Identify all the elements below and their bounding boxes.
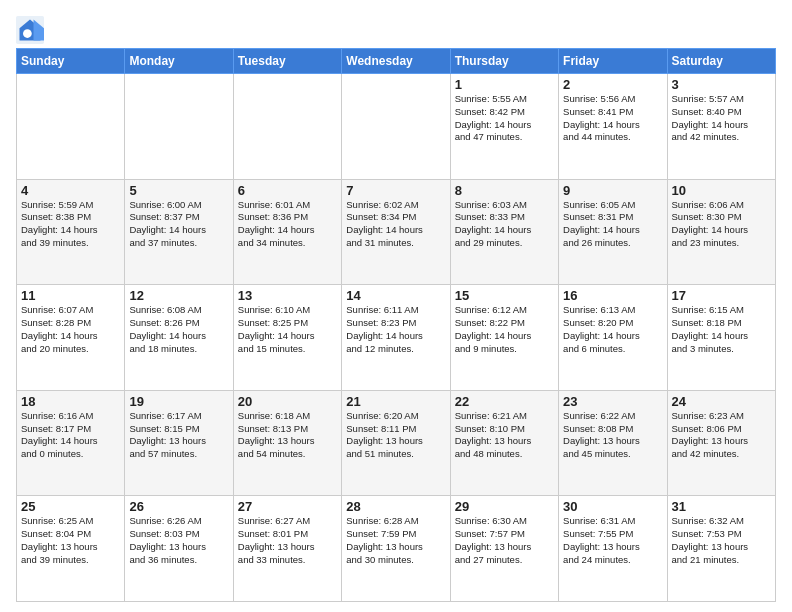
day-cell <box>233 74 341 180</box>
day-cell: 12Sunrise: 6:08 AM Sunset: 8:26 PM Dayli… <box>125 285 233 391</box>
day-info: Sunrise: 6:07 AM Sunset: 8:28 PM Dayligh… <box>21 304 120 355</box>
day-number: 1 <box>455 77 554 92</box>
day-cell: 6Sunrise: 6:01 AM Sunset: 8:36 PM Daylig… <box>233 179 341 285</box>
day-cell: 9Sunrise: 6:05 AM Sunset: 8:31 PM Daylig… <box>559 179 667 285</box>
day-cell <box>125 74 233 180</box>
day-number: 31 <box>672 499 771 514</box>
day-info: Sunrise: 5:55 AM Sunset: 8:42 PM Dayligh… <box>455 93 554 144</box>
day-cell: 29Sunrise: 6:30 AM Sunset: 7:57 PM Dayli… <box>450 496 558 602</box>
day-number: 28 <box>346 499 445 514</box>
day-cell: 25Sunrise: 6:25 AM Sunset: 8:04 PM Dayli… <box>17 496 125 602</box>
day-number: 25 <box>21 499 120 514</box>
weekday-friday: Friday <box>559 49 667 74</box>
day-number: 16 <box>563 288 662 303</box>
weekday-monday: Monday <box>125 49 233 74</box>
day-info: Sunrise: 6:26 AM Sunset: 8:03 PM Dayligh… <box>129 515 228 566</box>
day-cell: 17Sunrise: 6:15 AM Sunset: 8:18 PM Dayli… <box>667 285 775 391</box>
day-info: Sunrise: 5:57 AM Sunset: 8:40 PM Dayligh… <box>672 93 771 144</box>
day-number: 27 <box>238 499 337 514</box>
day-info: Sunrise: 6:05 AM Sunset: 8:31 PM Dayligh… <box>563 199 662 250</box>
day-number: 5 <box>129 183 228 198</box>
day-number: 12 <box>129 288 228 303</box>
day-cell: 20Sunrise: 6:18 AM Sunset: 8:13 PM Dayli… <box>233 390 341 496</box>
day-number: 18 <box>21 394 120 409</box>
day-info: Sunrise: 6:11 AM Sunset: 8:23 PM Dayligh… <box>346 304 445 355</box>
day-cell: 18Sunrise: 6:16 AM Sunset: 8:17 PM Dayli… <box>17 390 125 496</box>
logo-icon <box>16 16 44 44</box>
day-info: Sunrise: 6:16 AM Sunset: 8:17 PM Dayligh… <box>21 410 120 461</box>
day-number: 7 <box>346 183 445 198</box>
day-cell: 16Sunrise: 6:13 AM Sunset: 8:20 PM Dayli… <box>559 285 667 391</box>
day-cell: 15Sunrise: 6:12 AM Sunset: 8:22 PM Dayli… <box>450 285 558 391</box>
day-cell: 1Sunrise: 5:55 AM Sunset: 8:42 PM Daylig… <box>450 74 558 180</box>
day-info: Sunrise: 6:01 AM Sunset: 8:36 PM Dayligh… <box>238 199 337 250</box>
day-number: 29 <box>455 499 554 514</box>
day-cell: 13Sunrise: 6:10 AM Sunset: 8:25 PM Dayli… <box>233 285 341 391</box>
header <box>16 12 776 44</box>
weekday-wednesday: Wednesday <box>342 49 450 74</box>
day-number: 17 <box>672 288 771 303</box>
day-info: Sunrise: 6:06 AM Sunset: 8:30 PM Dayligh… <box>672 199 771 250</box>
week-row-4: 18Sunrise: 6:16 AM Sunset: 8:17 PM Dayli… <box>17 390 776 496</box>
day-info: Sunrise: 6:25 AM Sunset: 8:04 PM Dayligh… <box>21 515 120 566</box>
day-number: 20 <box>238 394 337 409</box>
day-info: Sunrise: 6:03 AM Sunset: 8:33 PM Dayligh… <box>455 199 554 250</box>
day-info: Sunrise: 6:00 AM Sunset: 8:37 PM Dayligh… <box>129 199 228 250</box>
day-info: Sunrise: 6:28 AM Sunset: 7:59 PM Dayligh… <box>346 515 445 566</box>
day-cell: 2Sunrise: 5:56 AM Sunset: 8:41 PM Daylig… <box>559 74 667 180</box>
day-info: Sunrise: 5:56 AM Sunset: 8:41 PM Dayligh… <box>563 93 662 144</box>
day-number: 23 <box>563 394 662 409</box>
calendar-table: SundayMondayTuesdayWednesdayThursdayFrid… <box>16 48 776 602</box>
day-number: 22 <box>455 394 554 409</box>
day-cell: 24Sunrise: 6:23 AM Sunset: 8:06 PM Dayli… <box>667 390 775 496</box>
day-cell: 19Sunrise: 6:17 AM Sunset: 8:15 PM Dayli… <box>125 390 233 496</box>
weekday-saturday: Saturday <box>667 49 775 74</box>
day-number: 26 <box>129 499 228 514</box>
day-info: Sunrise: 6:08 AM Sunset: 8:26 PM Dayligh… <box>129 304 228 355</box>
day-number: 30 <box>563 499 662 514</box>
day-number: 24 <box>672 394 771 409</box>
day-number: 3 <box>672 77 771 92</box>
weekday-sunday: Sunday <box>17 49 125 74</box>
day-cell: 3Sunrise: 5:57 AM Sunset: 8:40 PM Daylig… <box>667 74 775 180</box>
day-cell: 28Sunrise: 6:28 AM Sunset: 7:59 PM Dayli… <box>342 496 450 602</box>
day-cell: 31Sunrise: 6:32 AM Sunset: 7:53 PM Dayli… <box>667 496 775 602</box>
day-number: 15 <box>455 288 554 303</box>
day-info: Sunrise: 6:10 AM Sunset: 8:25 PM Dayligh… <box>238 304 337 355</box>
weekday-tuesday: Tuesday <box>233 49 341 74</box>
day-number: 8 <box>455 183 554 198</box>
day-cell: 21Sunrise: 6:20 AM Sunset: 8:11 PM Dayli… <box>342 390 450 496</box>
day-info: Sunrise: 6:32 AM Sunset: 7:53 PM Dayligh… <box>672 515 771 566</box>
day-info: Sunrise: 5:59 AM Sunset: 8:38 PM Dayligh… <box>21 199 120 250</box>
day-cell: 23Sunrise: 6:22 AM Sunset: 8:08 PM Dayli… <box>559 390 667 496</box>
day-cell: 27Sunrise: 6:27 AM Sunset: 8:01 PM Dayli… <box>233 496 341 602</box>
day-info: Sunrise: 6:30 AM Sunset: 7:57 PM Dayligh… <box>455 515 554 566</box>
day-info: Sunrise: 6:02 AM Sunset: 8:34 PM Dayligh… <box>346 199 445 250</box>
day-cell: 10Sunrise: 6:06 AM Sunset: 8:30 PM Dayli… <box>667 179 775 285</box>
day-cell: 22Sunrise: 6:21 AM Sunset: 8:10 PM Dayli… <box>450 390 558 496</box>
day-cell: 11Sunrise: 6:07 AM Sunset: 8:28 PM Dayli… <box>17 285 125 391</box>
day-number: 2 <box>563 77 662 92</box>
day-info: Sunrise: 6:22 AM Sunset: 8:08 PM Dayligh… <box>563 410 662 461</box>
week-row-5: 25Sunrise: 6:25 AM Sunset: 8:04 PM Dayli… <box>17 496 776 602</box>
day-number: 19 <box>129 394 228 409</box>
weekday-header-row: SundayMondayTuesdayWednesdayThursdayFrid… <box>17 49 776 74</box>
logo <box>16 16 48 44</box>
week-row-3: 11Sunrise: 6:07 AM Sunset: 8:28 PM Dayli… <box>17 285 776 391</box>
day-info: Sunrise: 6:15 AM Sunset: 8:18 PM Dayligh… <box>672 304 771 355</box>
day-cell: 7Sunrise: 6:02 AM Sunset: 8:34 PM Daylig… <box>342 179 450 285</box>
day-cell: 5Sunrise: 6:00 AM Sunset: 8:37 PM Daylig… <box>125 179 233 285</box>
day-number: 11 <box>21 288 120 303</box>
day-cell <box>17 74 125 180</box>
day-info: Sunrise: 6:21 AM Sunset: 8:10 PM Dayligh… <box>455 410 554 461</box>
day-info: Sunrise: 6:18 AM Sunset: 8:13 PM Dayligh… <box>238 410 337 461</box>
day-cell: 8Sunrise: 6:03 AM Sunset: 8:33 PM Daylig… <box>450 179 558 285</box>
day-number: 13 <box>238 288 337 303</box>
day-number: 14 <box>346 288 445 303</box>
weekday-thursday: Thursday <box>450 49 558 74</box>
day-info: Sunrise: 6:12 AM Sunset: 8:22 PM Dayligh… <box>455 304 554 355</box>
day-cell: 4Sunrise: 5:59 AM Sunset: 8:38 PM Daylig… <box>17 179 125 285</box>
day-cell: 30Sunrise: 6:31 AM Sunset: 7:55 PM Dayli… <box>559 496 667 602</box>
day-number: 9 <box>563 183 662 198</box>
day-cell: 14Sunrise: 6:11 AM Sunset: 8:23 PM Dayli… <box>342 285 450 391</box>
